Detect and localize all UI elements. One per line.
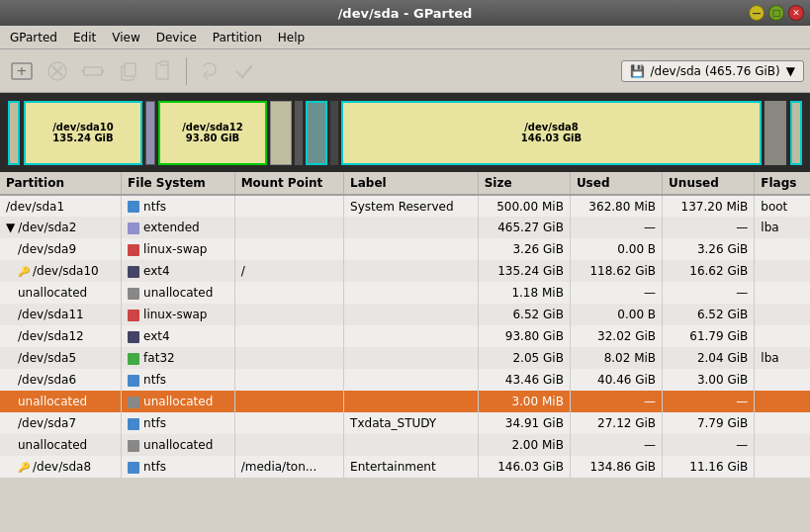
flags-cell: lba xyxy=(755,217,810,238)
used-cell: 40.46 GiB xyxy=(570,369,662,391)
device-dropdown-icon: ▼ xyxy=(786,64,795,78)
label-cell xyxy=(344,217,479,238)
partition-table-container: Partition File System Mount Point Label … xyxy=(0,172,810,532)
table-row[interactable]: /dev/sda5fat322.05 GiB8.02 MiB2.04 GiBlb… xyxy=(0,347,810,369)
table-row[interactable]: /dev/sda9linux-swap3.26 GiB0.00 B3.26 Gi… xyxy=(0,238,810,260)
size-cell: 2.00 MiB xyxy=(478,434,570,456)
table-row[interactable]: unallocatedunallocated1.18 MiB—— xyxy=(0,282,810,304)
flags-cell xyxy=(755,391,810,412)
col-header-unused: Unused xyxy=(663,172,755,195)
table-row[interactable]: /dev/sda12ext493.80 GiB32.02 GiB61.79 Gi… xyxy=(0,325,810,347)
unused-cell: — xyxy=(663,434,755,456)
partition-name-cell: unallocated xyxy=(0,434,122,456)
label-cell xyxy=(344,434,479,456)
size-cell: 3.26 GiB xyxy=(478,238,570,260)
unused-cell: — xyxy=(663,391,755,412)
menu-gparted[interactable]: GParted xyxy=(4,29,63,46)
label-cell: Txdata_STUDY xyxy=(344,412,479,434)
unused-cell: 6.52 GiB xyxy=(663,304,755,325)
table-row[interactable]: /dev/sda1ntfsSystem Reserved500.00 MiB36… xyxy=(0,195,810,217)
disk-part-label: /dev/sda10 xyxy=(52,122,114,133)
col-header-partition: Partition xyxy=(0,172,122,195)
menubar: GParted Edit View Device Partition Help xyxy=(0,26,810,49)
table-row[interactable]: unallocatedunallocated3.00 MiB—— xyxy=(0,391,810,412)
mount-point-cell xyxy=(234,369,343,391)
mount-point-cell xyxy=(234,347,343,369)
partition-name-cell: /dev/sda5 xyxy=(0,347,122,369)
toolbar: + 💾 /dev/sda (465.76 GiB) ▼ xyxy=(0,49,810,93)
disk-part-sda12[interactable]: /dev/sda12 93.80 GiB xyxy=(158,101,267,165)
used-cell: 0.00 B xyxy=(570,238,662,260)
menu-help[interactable]: Help xyxy=(272,29,311,46)
unused-cell: 3.26 GiB xyxy=(663,238,755,260)
partition-name-cell: ▼/dev/sda2 xyxy=(0,217,122,238)
mount-point-cell xyxy=(234,434,343,456)
filesystem-cell: unallocated xyxy=(122,282,235,304)
table-row[interactable]: /dev/sda7ntfsTxdata_STUDY34.91 GiB27.12 … xyxy=(0,412,810,434)
minimize-button[interactable]: — xyxy=(749,5,765,21)
flags-cell: boot xyxy=(755,195,810,217)
flags-cell: lba xyxy=(755,347,810,369)
unused-cell: 16.62 GiB xyxy=(663,260,755,282)
delete-icon[interactable] xyxy=(42,55,73,87)
paste-icon[interactable] xyxy=(148,55,180,87)
table-row[interactable]: ▼/dev/sda2extended465.27 GiB——lba xyxy=(0,217,810,238)
unused-cell: 61.79 GiB xyxy=(663,325,755,347)
table-row[interactable]: unallocatedunallocated2.00 MiB—— xyxy=(0,434,810,456)
filesystem-cell: unallocated xyxy=(122,434,235,456)
flags-cell xyxy=(755,434,810,456)
size-cell: 2.05 GiB xyxy=(478,347,570,369)
menu-view[interactable]: View xyxy=(106,29,145,46)
close-button[interactable]: ✕ xyxy=(788,5,804,21)
mount-point-cell xyxy=(234,304,343,325)
new-partition-icon[interactable]: + xyxy=(6,55,38,87)
partition-name-cell: unallocated xyxy=(0,391,122,412)
filesystem-cell: ntfs xyxy=(122,369,235,391)
titlebar: /dev/sda - GParted — □ ✕ xyxy=(0,0,810,26)
maximize-button[interactable]: □ xyxy=(768,5,784,21)
col-header-size: Size xyxy=(478,172,570,195)
used-cell: 362.80 MiB xyxy=(570,195,662,217)
undo-icon[interactable] xyxy=(193,55,225,87)
apply-icon[interactable] xyxy=(228,55,260,87)
menu-partition[interactable]: Partition xyxy=(207,29,268,46)
partition-name-cell: 🔑/dev/sda10 xyxy=(0,260,122,282)
unused-cell: 137.20 MiB xyxy=(663,195,755,217)
partition-name-cell: unallocated xyxy=(0,282,122,304)
device-selector[interactable]: 💾 /dev/sda (465.76 GiB) ▼ xyxy=(621,60,805,82)
unused-cell: 7.79 GiB xyxy=(663,412,755,434)
flags-cell xyxy=(755,412,810,434)
svg-rect-5 xyxy=(84,67,102,75)
resize-icon[interactable] xyxy=(77,55,109,87)
flags-cell xyxy=(755,260,810,282)
filesystem-cell: ntfs xyxy=(122,412,235,434)
label-cell xyxy=(344,369,479,391)
menu-device[interactable]: Device xyxy=(150,29,203,46)
filesystem-cell: ntfs xyxy=(122,456,235,478)
device-label: /dev/sda (465.76 GiB) xyxy=(651,64,780,78)
copy-icon[interactable] xyxy=(113,55,144,87)
size-cell: 34.91 GiB xyxy=(478,412,570,434)
disk-part-sda8[interactable]: /dev/sda8 146.03 GiB xyxy=(341,101,762,165)
menu-edit[interactable]: Edit xyxy=(67,29,102,46)
partition-name-cell: /dev/sda7 xyxy=(0,412,122,434)
used-cell: — xyxy=(570,217,662,238)
filesystem-cell: ext4 xyxy=(122,260,235,282)
unused-cell: — xyxy=(663,282,755,304)
label-cell xyxy=(344,238,479,260)
table-row[interactable]: 🔑/dev/sda8ntfs/media/ton...Entertainment… xyxy=(0,456,810,478)
table-row[interactable]: /dev/sda11linux-swap6.52 GiB0.00 B6.52 G… xyxy=(0,304,810,325)
partition-name-cell: /dev/sda9 xyxy=(0,238,122,260)
table-row[interactable]: 🔑/dev/sda10ext4/135.24 GiB118.62 GiB16.6… xyxy=(0,260,810,282)
mount-point-cell: /media/ton... xyxy=(234,456,343,478)
disk-part-size: 93.80 GiB xyxy=(186,133,239,143)
used-cell: 134.86 GiB xyxy=(570,456,662,478)
svg-rect-11 xyxy=(160,61,168,65)
mount-point-cell xyxy=(234,195,343,217)
size-cell: 135.24 GiB xyxy=(478,260,570,282)
mount-point-cell xyxy=(234,282,343,304)
disk-part-sda10[interactable]: /dev/sda10 135.24 GiB xyxy=(24,101,142,165)
filesystem-cell: extended xyxy=(122,217,235,238)
table-row[interactable]: /dev/sda6ntfs43.46 GiB40.46 GiB3.00 GiB xyxy=(0,369,810,391)
device-icon: 💾 xyxy=(630,64,645,78)
